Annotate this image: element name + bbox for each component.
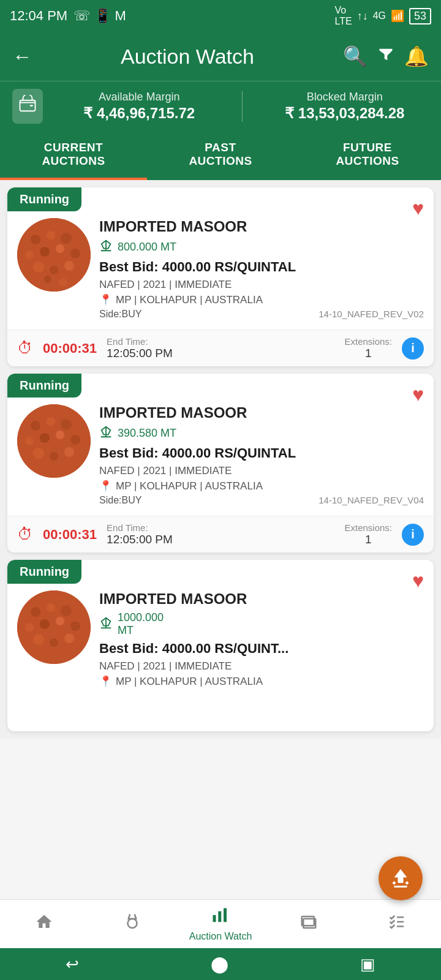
svg-point-22: [56, 431, 64, 439]
svg-point-37: [33, 634, 44, 645]
location-pin-icon: 📍: [99, 675, 112, 688]
available-margin-section: Available Margin ₹ 4,46,96,715.72: [55, 91, 224, 122]
status-icons: ☏ 📱 M: [74, 8, 126, 24]
extensions-section: Extensions: 1: [344, 522, 392, 546]
card-side-ref: Side:BUY 14-10_NAFED_REV_V02: [99, 309, 424, 320]
best-bid: Best Bid: 4000.00 RS/QUINT...: [99, 641, 424, 657]
notification-bell-icon[interactable]: 🔔: [404, 45, 429, 68]
product-weight: 800.000 MT: [99, 239, 424, 255]
running-badge: Running: [7, 374, 81, 398]
running-badge: Running: [7, 560, 81, 584]
end-time-section: End Time: 12:05:00 PM: [107, 522, 334, 546]
card-details: IMPORTED MASOOR 1000.000MT Best Bid: 400…: [99, 590, 424, 690]
svg-point-2: [31, 235, 40, 244]
svg-point-21: [40, 433, 50, 443]
status-left: 12:04 PM ☏ 📱 M: [10, 8, 126, 24]
svg-point-12: [44, 276, 51, 283]
scale-icon: [99, 616, 113, 633]
info-button[interactable]: i: [402, 524, 424, 546]
product-image: [17, 590, 91, 664]
tab-future-auctions[interactable]: FUTUREAUCTIONS: [294, 131, 441, 180]
product-title: IMPORTED MASOOR: [99, 218, 424, 235]
blocked-margin-section: Blocked Margin ₹ 13,53,03,284.28: [261, 91, 429, 122]
status-time: 12:04 PM: [10, 8, 67, 24]
countdown-timer: 00:00:31: [43, 341, 97, 356]
card-timer: ⏱ 00:00:31 End Time: 12:05:00 PM Extensi…: [7, 516, 434, 552]
margin-bar: Available Margin ₹ 4,46,96,715.72 Blocke…: [0, 81, 441, 131]
auction-meta: NAFED | 2021 | IMMEDIATE: [99, 465, 424, 477]
card-side-ref: Side:BUY 14-10_NAFED_REV_V04: [99, 495, 424, 506]
svg-point-39: [64, 633, 74, 643]
wallet-icon: [12, 89, 43, 124]
available-margin-label: Available Margin: [55, 91, 224, 104]
battery-level: 53: [409, 8, 431, 24]
tab-current-auctions[interactable]: CURRENTAUCTIONS: [0, 131, 147, 180]
ref-code: 14-10_NAFED_REV_V02: [318, 309, 424, 320]
back-button[interactable]: ←: [12, 45, 32, 68]
svg-point-5: [25, 251, 34, 259]
svg-point-31: [47, 603, 55, 612]
auction-card[interactable]: Running ♥: [7, 187, 434, 366]
search-icon[interactable]: 🔍: [343, 45, 368, 68]
svg-point-13: [59, 278, 67, 287]
auction-card[interactable]: Running ♥ IMPORTED MASO: [7, 560, 434, 731]
blocked-margin-value: ₹ 13,53,03,284.28: [261, 105, 429, 122]
countdown-timer: 00:00:31: [43, 527, 97, 543]
location-pin-icon: 📍: [99, 480, 112, 492]
svg-point-6: [40, 247, 50, 257]
scale-icon: [99, 239, 113, 255]
filter-icon[interactable]: [377, 45, 394, 68]
margin-divider: [242, 91, 243, 122]
svg-point-24: [33, 448, 44, 459]
auction-location: 📍 MP | KOLHAPUR | AUSTRALIA: [99, 675, 424, 688]
svg-point-32: [61, 605, 72, 616]
header-title: Auction Watch: [42, 45, 333, 69]
blocked-margin-label: Blocked Margin: [261, 91, 429, 104]
favorite-button[interactable]: ♥: [412, 383, 424, 406]
available-margin-value: ₹ 4,46,96,715.72: [55, 105, 224, 122]
vo-lte-icon: VoLTE: [334, 5, 352, 27]
best-bid: Best Bid: 4000.00 RS/QUINTAL: [99, 445, 424, 461]
card-details: IMPORTED MASOOR 800.000 MT Best Bid: 400…: [99, 218, 424, 320]
best-bid: Best Bid: 4000.00 RS/QUINTAL: [99, 259, 424, 275]
svg-point-9: [33, 262, 44, 273]
auction-list: Running ♥: [0, 180, 441, 739]
svg-point-30: [31, 607, 40, 617]
product-image: [17, 218, 91, 292]
extensions-section: Extensions: 1: [344, 336, 392, 360]
favorite-button[interactable]: ♥: [412, 570, 424, 592]
svg-point-4: [61, 233, 72, 244]
svg-point-19: [61, 419, 72, 430]
svg-point-25: [50, 452, 58, 461]
product-weight: 390.580 MT: [99, 425, 424, 442]
svg-point-35: [56, 617, 64, 625]
tab-past-auctions[interactable]: PASTAUCTIONS: [147, 131, 294, 180]
svg-point-11: [64, 261, 74, 271]
favorite-button[interactable]: ♥: [412, 197, 424, 220]
svg-point-38: [50, 638, 58, 647]
auction-tabs: CURRENTAUCTIONS PASTAUCTIONS FUTUREAUCTI…: [0, 131, 441, 180]
signal-arrows-icon: ↑↓: [357, 10, 368, 23]
product-image: [17, 404, 91, 478]
status-bar: 12:04 PM ☏ 📱 M VoLTE ↑↓ 4G 📶 53: [0, 0, 441, 32]
app-header: ← Auction Watch 🔍 🔔: [0, 32, 441, 81]
product-title: IMPORTED MASOOR: [99, 404, 424, 421]
signal-bars-icon: 📶: [391, 9, 404, 23]
svg-point-18: [47, 417, 55, 426]
svg-point-7: [56, 244, 64, 253]
status-right: VoLTE ↑↓ 4G 📶 53: [334, 5, 431, 27]
card-timer: ⏱ 00:00:31 End Time: 12:05:00 PM Extensi…: [7, 330, 434, 366]
svg-point-23: [70, 435, 80, 445]
card-details: IMPORTED MASOOR 390.580 MT Best Bid: 400…: [99, 404, 424, 506]
svg-point-3: [47, 231, 55, 239]
svg-point-17: [31, 421, 40, 431]
svg-point-36: [70, 621, 80, 631]
info-button[interactable]: i: [402, 337, 424, 360]
auction-card[interactable]: Running ♥ IMPORTED MASO: [7, 374, 434, 552]
location-pin-icon: 📍: [99, 293, 112, 306]
timer-clock-icon: ⏱: [17, 525, 33, 544]
svg-point-34: [40, 619, 50, 629]
side-label: Side:BUY: [99, 495, 141, 506]
svg-point-26: [64, 447, 74, 457]
product-weight: 1000.000MT: [99, 611, 424, 637]
